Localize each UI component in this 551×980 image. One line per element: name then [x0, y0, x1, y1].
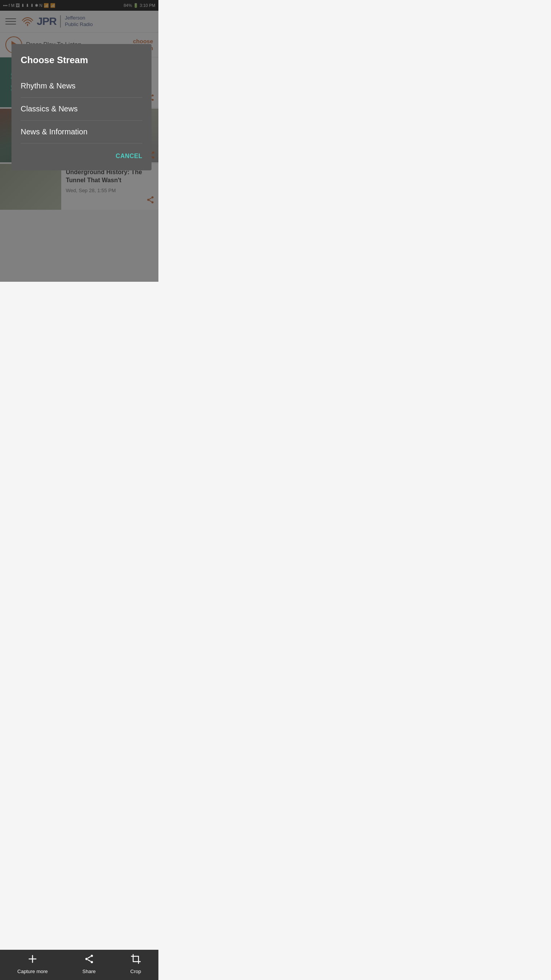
dialog-actions: CANCEL	[21, 150, 142, 163]
stream-option-news[interactable]: News & Information	[21, 121, 142, 144]
stream-option-classics[interactable]: Classics & News	[21, 98, 142, 121]
dialog-title: Choose Stream	[21, 55, 142, 65]
choose-stream-dialog: Choose Stream Rhythm & News Classics & N…	[11, 44, 152, 170]
stream-option-rhythm[interactable]: Rhythm & News	[21, 75, 142, 98]
cancel-button[interactable]: CANCEL	[116, 150, 142, 163]
